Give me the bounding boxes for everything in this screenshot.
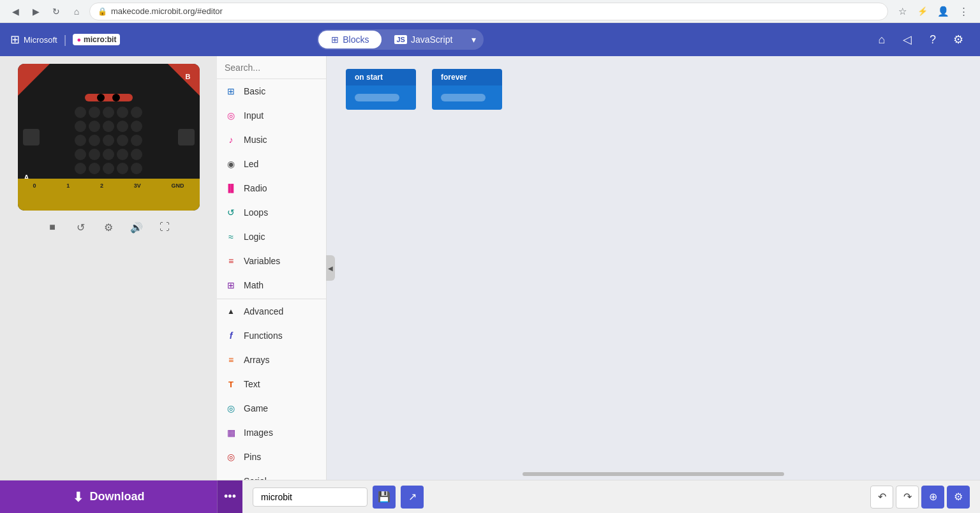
led-6 bbox=[75, 121, 86, 132]
javascript-tab[interactable]: JS JavaScript bbox=[382, 31, 465, 48]
math-label: Math bbox=[244, 280, 264, 290]
led-13 bbox=[103, 135, 114, 146]
sim-settings-button[interactable]: ⚙ bbox=[98, 217, 119, 237]
redo-button[interactable]: ↷ bbox=[896, 486, 919, 509]
microbit-display: B A bbox=[18, 64, 200, 211]
button-b[interactable] bbox=[178, 129, 195, 145]
led-11 bbox=[75, 135, 86, 146]
logic-label: Logic bbox=[244, 232, 265, 242]
led-18 bbox=[103, 149, 114, 160]
block-item-game[interactable]: ◎ Game bbox=[217, 396, 326, 420]
project-name-input[interactable] bbox=[253, 487, 368, 507]
save-button[interactable]: 💾 bbox=[373, 486, 396, 509]
workspace[interactable]: on start forever bbox=[327, 56, 980, 480]
reload-button[interactable]: ↻ bbox=[48, 4, 64, 19]
block-item-loops[interactable]: ↺ Loops bbox=[217, 200, 326, 225]
serial-label: Serial bbox=[244, 476, 267, 480]
variables-label: Variables bbox=[244, 256, 280, 266]
block-item-functions[interactable]: f Functions bbox=[217, 323, 326, 348]
blocks-icon: ⊞ bbox=[331, 34, 339, 45]
forever-block[interactable]: forever bbox=[432, 69, 502, 110]
block-item-text[interactable]: T Text bbox=[217, 372, 326, 396]
functions-label: Functions bbox=[244, 331, 283, 341]
block-item-serial[interactable]: ↔ Serial bbox=[217, 469, 326, 480]
back-button[interactable]: ◀ bbox=[8, 4, 23, 19]
led-14 bbox=[117, 135, 128, 146]
save-icon: 💾 bbox=[378, 491, 390, 503]
microbit-center bbox=[43, 96, 174, 172]
pin-3v-label: 3V bbox=[134, 182, 141, 189]
simulator-panel: B A bbox=[0, 56, 217, 480]
zoom-in-button[interactable]: ⊕ bbox=[921, 486, 944, 509]
game-label: Game bbox=[244, 403, 268, 413]
corner-decoration-left bbox=[18, 64, 50, 96]
block-item-input[interactable]: ◎ Input bbox=[217, 103, 326, 128]
help-header-button[interactable]: ? bbox=[921, 28, 944, 51]
blocks-tab[interactable]: ⊞ Blocks bbox=[318, 31, 382, 48]
tab-dropdown-button[interactable]: ▾ bbox=[465, 31, 482, 48]
math-icon: ⊞ bbox=[225, 279, 237, 292]
download-icon: ⬇ bbox=[73, 489, 84, 505]
loops-icon: ↺ bbox=[225, 206, 237, 219]
browser-chrome: ◀ ▶ ↻ ⌂ 🔒 makecode.microbit.org/#editor … bbox=[0, 0, 980, 23]
home-header-button[interactable]: ⌂ bbox=[870, 28, 893, 51]
microsoft-logo: ⊞ Microsoft | ● micro:bit bbox=[10, 33, 120, 47]
audio-button[interactable]: 🔊 bbox=[126, 217, 147, 237]
on-start-block[interactable]: on start bbox=[346, 69, 416, 110]
profile-button[interactable]: 👤 bbox=[934, 3, 952, 20]
led-25 bbox=[131, 163, 142, 174]
blocks-list: ⊞ Basic ◎ Input ♪ Music ◉ Led ▐▌ Radio ↺… bbox=[217, 79, 326, 480]
ms-icon: ⊞ bbox=[10, 33, 20, 47]
block-item-pins[interactable]: ◎ Pins bbox=[217, 445, 326, 469]
input-icon: ◎ bbox=[225, 109, 237, 122]
led-20 bbox=[131, 149, 142, 160]
settings-header-button[interactable]: ⚙ bbox=[947, 28, 970, 51]
block-item-arrays[interactable]: ≡ Arrays bbox=[217, 348, 326, 372]
eye-right bbox=[112, 94, 120, 101]
restart-button[interactable]: ↺ bbox=[70, 217, 91, 237]
bookmark-button[interactable]: ☆ bbox=[893, 3, 911, 20]
expand-button[interactable]: ⛶ bbox=[154, 217, 175, 237]
share-header-button[interactable]: ◁ bbox=[896, 28, 919, 51]
app-header: ⊞ Microsoft | ● micro:bit ⊞ Blocks JS Ja… bbox=[0, 23, 980, 56]
arrays-label: Arrays bbox=[244, 355, 269, 365]
share-button[interactable]: ↗ bbox=[401, 486, 424, 509]
undo-button[interactable]: ↶ bbox=[870, 486, 893, 509]
eye-left bbox=[97, 94, 105, 101]
mode-tabs: ⊞ Blocks JS JavaScript ▾ bbox=[317, 29, 484, 50]
microbit-face bbox=[85, 94, 133, 101]
extension-button[interactable]: ⚡ bbox=[914, 3, 932, 20]
forward-button[interactable]: ▶ bbox=[28, 4, 43, 19]
led-1 bbox=[75, 107, 86, 118]
serial-icon: ↔ bbox=[225, 475, 237, 480]
arrays-icon: ≡ bbox=[225, 353, 237, 366]
download-more-icon: ••• bbox=[224, 490, 236, 503]
download-button[interactable]: ⬇ Download bbox=[0, 480, 217, 514]
lock-icon: 🔒 bbox=[98, 7, 107, 16]
block-item-advanced[interactable]: ▲ Advanced bbox=[217, 299, 326, 323]
button-a[interactable] bbox=[23, 129, 40, 145]
led-4 bbox=[117, 107, 128, 118]
block-item-variables[interactable]: ≡ Variables bbox=[217, 249, 326, 273]
pins-icon: ◎ bbox=[225, 450, 237, 463]
block-item-basic[interactable]: ⊞ Basic bbox=[217, 79, 326, 103]
block-item-led[interactable]: ◉ Led bbox=[217, 152, 326, 176]
stop-button[interactable]: ■ bbox=[42, 217, 63, 237]
search-input[interactable] bbox=[225, 63, 336, 73]
js-icon: JS bbox=[394, 35, 406, 44]
block-item-radio[interactable]: ▐▌ Radio bbox=[217, 176, 326, 200]
block-item-music[interactable]: ♪ Music bbox=[217, 128, 326, 152]
block-item-math[interactable]: ⊞ Math bbox=[217, 273, 326, 297]
block-item-images[interactable]: ▦ Images bbox=[217, 420, 326, 445]
blocks-panel: 🔍 ⊞ Basic ◎ Input ♪ Music ◉ Led ▐▌ Radio bbox=[217, 56, 327, 480]
panel-toggle[interactable]: ◀ bbox=[326, 255, 335, 281]
workspace-scrollbar-h[interactable] bbox=[327, 472, 980, 477]
workspace-settings-button[interactable]: ⚙ bbox=[947, 486, 970, 509]
address-bar[interactable]: 🔒 makecode.microbit.org/#editor bbox=[89, 3, 888, 20]
home-button[interactable]: ⌂ bbox=[69, 4, 84, 19]
search-bar: 🔍 bbox=[217, 56, 326, 79]
more-button[interactable]: ⋮ bbox=[954, 3, 972, 20]
download-more-button[interactable]: ••• bbox=[217, 480, 242, 514]
images-label: Images bbox=[244, 428, 273, 438]
block-item-logic[interactable]: ≈ Logic bbox=[217, 225, 326, 249]
